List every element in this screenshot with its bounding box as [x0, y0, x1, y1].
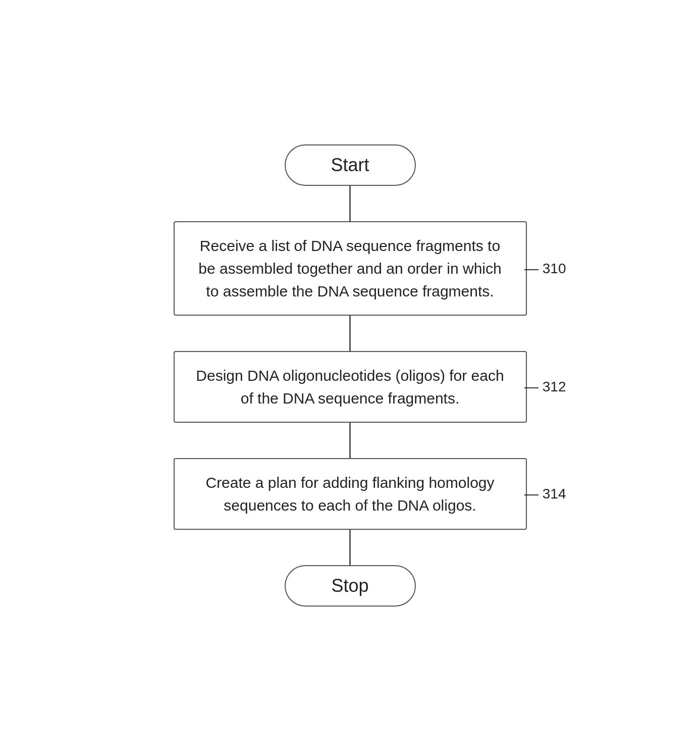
- connector-2: [349, 316, 351, 351]
- flowchart: Start Receive a list of DNA sequence fra…: [123, 124, 577, 627]
- step-310-node: Receive a list of DNA sequence fragments…: [174, 221, 527, 316]
- step-314-node: Create a plan for adding flanking homolo…: [174, 458, 527, 530]
- step-310-text: Receive a list of DNA sequence fragments…: [198, 237, 501, 299]
- step-312-node: Design DNA oligonucleotides (oligos) for…: [174, 351, 527, 423]
- stop-node: Stop: [285, 565, 416, 607]
- connector-3: [349, 423, 351, 458]
- step-312-text: Design DNA oligonucleotides (oligos) for…: [196, 367, 504, 407]
- connector-1: [349, 186, 351, 221]
- step-314-text: Create a plan for adding flanking homolo…: [205, 474, 494, 514]
- connector-4: [349, 530, 351, 565]
- step-312-label: 312: [524, 376, 566, 397]
- step-310-label: 310: [524, 258, 566, 279]
- start-node: Start: [285, 144, 416, 186]
- step-314-label: 314: [524, 483, 566, 505]
